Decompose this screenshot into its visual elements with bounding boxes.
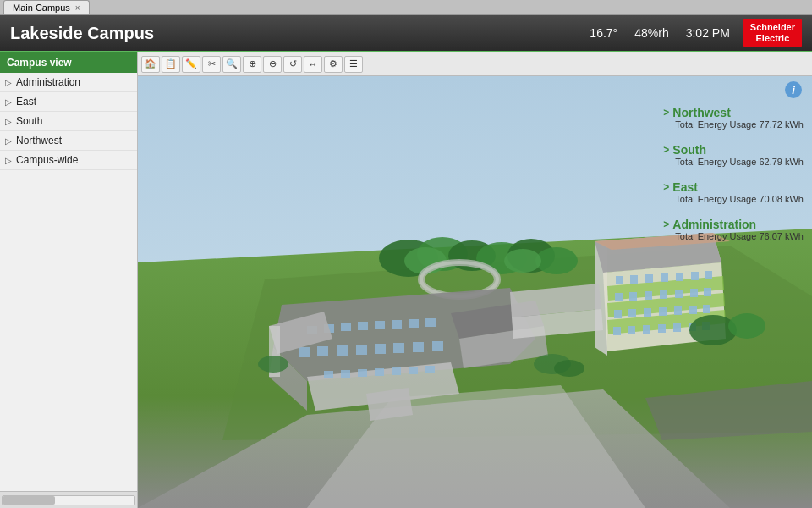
toolbar-cut-button[interactable]: ✂ (202, 56, 221, 73)
svg-rect-68 (628, 309, 636, 318)
toolbar-fit-button[interactable]: ↔ (304, 56, 322, 73)
svg-marker-45 (366, 388, 413, 421)
svg-rect-55 (645, 274, 653, 283)
svg-rect-65 (690, 289, 698, 297)
campus-3d-view[interactable]: i > Northwest Total Energy Usage 77.72 k… (138, 76, 812, 508)
east-energy: Total Energy Usage 70.08 kWh (675, 194, 804, 204)
administration-title: > Administration (663, 218, 804, 231)
toolbar-home-button[interactable]: 🏠 (141, 56, 160, 73)
svg-rect-31 (375, 344, 386, 354)
time-display: 3:02 PM (686, 26, 730, 40)
toolbar-document-button[interactable]: 📋 (162, 56, 180, 73)
temperature-display: 16.7° (590, 26, 617, 40)
sidebar-item-south[interactable]: ▷ South (0, 112, 137, 131)
sidebar-item-northwest[interactable]: ▷ Northwest (0, 131, 137, 151)
toolbar-zoom-in-button[interactable]: ⊕ (243, 56, 261, 73)
svg-rect-54 (630, 275, 638, 284)
northwest-energy-entry[interactable]: > Northwest Total Energy Usage 77.72 kWh (663, 106, 804, 130)
svg-rect-70 (659, 307, 667, 316)
svg-rect-40 (358, 369, 367, 377)
administration-energy-entry[interactable]: > Administration Total Energy Usage 76.0… (663, 218, 804, 241)
svg-rect-76 (643, 325, 650, 334)
svg-rect-53 (616, 276, 623, 284)
svg-rect-25 (409, 319, 419, 328)
main-campus-tab[interactable]: Main Campus × (3, 0, 90, 14)
energy-info-panel: > Northwest Total Energy Usage 77.72 kWh… (663, 106, 804, 241)
sidebar-header: Campus view (0, 52, 137, 73)
sidebar-item-label: East (16, 96, 36, 108)
svg-rect-41 (375, 368, 384, 376)
chevron-right-icon: ▷ (5, 156, 12, 165)
svg-rect-71 (674, 306, 682, 315)
svg-rect-39 (341, 370, 350, 378)
sidebar-item-campus-wide[interactable]: ▷ Campus-wide (0, 151, 137, 170)
svg-rect-62 (645, 291, 652, 300)
svg-rect-29 (337, 345, 348, 356)
sidebar-scrollbar-area (0, 491, 137, 508)
humidity-display: 48%rh (634, 26, 668, 40)
svg-rect-60 (615, 293, 623, 301)
svg-rect-67 (614, 310, 622, 318)
toolbar-settings-button[interactable]: ⚙ (324, 56, 343, 73)
svg-rect-78 (673, 323, 681, 332)
chevron-right-icon: ▷ (5, 78, 12, 87)
sidebar-item-label: Administration (16, 76, 80, 88)
svg-rect-61 (629, 292, 637, 301)
svg-rect-77 (658, 324, 666, 333)
scrollbar-thumb (3, 496, 55, 505)
info-icon[interactable]: i (785, 81, 802, 98)
svg-rect-23 (375, 321, 385, 329)
svg-rect-22 (358, 322, 368, 330)
arrow-icon: > (663, 181, 669, 193)
svg-rect-32 (393, 343, 404, 353)
toolbar-menu-button[interactable]: ☰ (344, 56, 363, 73)
east-energy-entry[interactable]: > East Total Energy Usage 70.08 kWh (663, 180, 804, 204)
tab-close-icon[interactable]: × (75, 3, 80, 13)
page-title: Lakeside Campus (10, 24, 590, 43)
svg-rect-30 (356, 345, 367, 355)
sidebar-item-label: Campus-wide (16, 154, 78, 166)
svg-rect-58 (691, 272, 699, 280)
brand-logo: Schneider Electric (743, 19, 802, 47)
toolbar-refresh-button[interactable]: ↺ (283, 56, 302, 73)
sidebar-item-east[interactable]: ▷ East (0, 92, 137, 112)
sidebar-item-administration[interactable]: ▷ Administration (0, 73, 137, 92)
svg-rect-38 (324, 371, 333, 378)
logo-line2: Electric (750, 33, 795, 44)
toolbar-edit-button[interactable]: ✏️ (182, 56, 200, 73)
svg-rect-26 (425, 318, 436, 327)
svg-rect-44 (425, 366, 435, 373)
administration-energy: Total Energy Usage 76.07 kWh (675, 231, 804, 241)
toolbar-search-button[interactable]: 🔍 (222, 56, 241, 73)
svg-rect-21 (341, 323, 351, 331)
campus-background: i > Northwest Total Energy Usage 77.72 k… (138, 76, 812, 508)
svg-rect-59 (705, 271, 712, 279)
northwest-title: > Northwest (663, 106, 804, 119)
svg-rect-24 (392, 320, 402, 329)
svg-rect-63 (660, 290, 667, 299)
sidebar-item-label: South (16, 115, 42, 127)
chevron-right-icon: ▷ (5, 117, 12, 126)
svg-rect-43 (409, 367, 418, 374)
svg-rect-56 (661, 273, 668, 282)
svg-rect-75 (628, 326, 635, 334)
svg-rect-64 (675, 290, 683, 298)
logo-line1: Schneider (750, 22, 795, 33)
svg-rect-72 (689, 306, 697, 314)
toolbar-zoom-out-button[interactable]: ⊖ (263, 56, 282, 73)
sidebar: Campus view ▷ Administration ▷ East ▷ So… (0, 52, 138, 508)
arrow-icon: > (663, 218, 669, 230)
arrow-icon: > (663, 107, 669, 119)
toolbar: 🏠 📋 ✏️ ✂ 🔍 ⊕ ⊖ ↺ ↔ ⚙ ☰ (138, 52, 812, 76)
svg-rect-27 (299, 347, 310, 357)
svg-rect-34 (432, 341, 443, 351)
horizontal-scrollbar[interactable] (2, 495, 135, 505)
south-energy-entry[interactable]: > South Total Energy Usage 62.79 kWh (663, 143, 804, 167)
svg-point-10 (535, 247, 578, 274)
svg-rect-57 (676, 273, 683, 281)
sidebar-item-label: Northwest (16, 135, 62, 146)
south-title: > South (663, 143, 804, 157)
sidebar-items-list: ▷ Administration ▷ East ▷ South ▷ Northw… (0, 73, 137, 491)
app-header: Lakeside Campus 16.7° 48%rh 3:02 PM Schn… (0, 15, 812, 52)
svg-point-83 (728, 313, 765, 339)
